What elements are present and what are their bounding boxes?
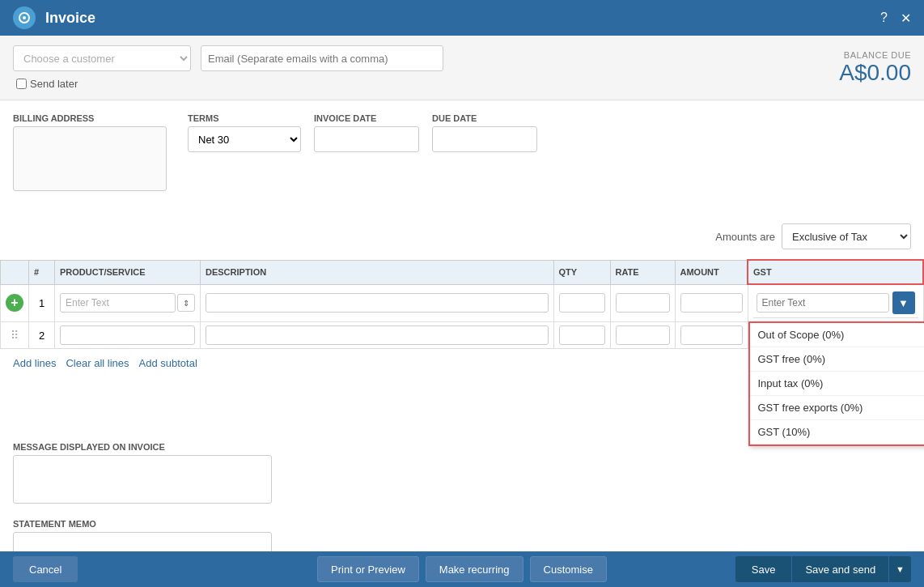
app-header: Invoice ? ✕ [0,0,924,36]
add-subtotal-button[interactable]: Add subtotal [139,357,197,369]
amount-cell-1 [675,284,748,322]
make-recurring-button[interactable]: Make recurring [426,556,523,582]
cancel-button[interactable]: Cancel [13,556,78,582]
terms-group: Terms Net 30 [188,113,301,191]
gst-option-2[interactable]: Input tax (0%) [750,372,925,396]
message-textarea[interactable] [13,455,272,504]
balance-due-section: BALANCE DUE A$0.00 [839,50,911,86]
amounts-select[interactable]: Exclusive of Tax [782,223,911,249]
add-row-button[interactable]: + [6,294,23,312]
row-num-2: 2 [29,322,55,349]
customer-select-wrapper[interactable]: Choose a customer [13,45,191,71]
message-area: Message displayed on invoice [0,442,924,519]
product-cell-2 [55,322,201,349]
send-later-label: Send later [30,78,78,90]
qty-input-2[interactable] [559,325,605,345]
app-footer: Cancel Print or Preview Make recurring C… [0,551,924,587]
footer-center: Print or Preview Make recurring Customis… [241,556,684,582]
col-product-header: PRODUCT/SERVICE [55,260,201,284]
product-input-wrapper-1: ⇕ [60,293,195,313]
product-input-2[interactable] [60,325,195,345]
col-gst-header: GST [748,260,923,284]
billing-address-label: Billing address [13,113,175,123]
save-and-send-arrow-button[interactable]: ▼ [888,556,911,582]
chevron-down-icon: ▼ [898,297,909,309]
rate-input-1[interactable] [616,293,670,313]
top-bar: Choose a customer Send later BALANCE DUE… [0,36,924,100]
drag-handle-cell-2: ⠿ [1,322,29,349]
top-bar-inputs: Choose a customer [13,45,443,71]
rate-input-2[interactable] [616,325,670,345]
amounts-row: Amounts are Exclusive of Tax [0,217,924,256]
rate-cell-2 [610,322,675,349]
invoice-date-input[interactable]: 19/10/2015 [314,126,419,152]
gst-search-input[interactable] [757,293,889,313]
close-icon[interactable]: ✕ [901,11,911,26]
balance-due-label: BALANCE DUE [839,50,911,60]
amount-cell-2 [675,322,748,349]
footer-left: Cancel [13,556,235,582]
amount-input-2[interactable] [680,325,743,345]
gst-cell-1: ▼ Out of Scope (0%) GST free (0%) Input … [748,284,923,322]
table-row: + 1 ⇕ [1,284,924,322]
amount-input-1[interactable] [680,293,743,313]
product-dropdown-btn-1[interactable]: ⇕ [177,294,195,312]
gst-dropdown-button[interactable]: ▼ [892,291,915,314]
due-date-group: Due date 18/11/2015 [432,113,537,191]
save-button[interactable]: Save [735,556,792,582]
help-icon[interactable]: ? [880,11,888,25]
invoice-date-group: Invoice date 19/10/2015 [314,113,419,191]
desc-cell-2 [201,322,554,349]
gst-dropdown: Out of Scope (0%) GST free (0%) Input ta… [748,321,925,446]
customer-select[interactable]: Choose a customer [14,52,190,66]
qty-cell-2 [553,322,610,349]
add-row-cell: + [1,284,29,322]
billing-address-input[interactable] [13,126,167,191]
rate-cell-1 [610,284,675,322]
drag-handle-icon[interactable]: ⠿ [11,329,19,342]
col-num-header: # [29,260,55,284]
invoice-table: # PRODUCT/SERVICE DESCRIPTION QTY RATE A… [0,259,924,349]
desc-cell-1 [201,284,554,322]
desc-input-1[interactable] [206,293,549,313]
product-input-1[interactable] [60,293,176,313]
statement-memo-textarea[interactable] [13,532,272,551]
row-num-1: 1 [29,284,55,322]
email-input[interactable] [201,45,443,71]
table-header-row: # PRODUCT/SERVICE DESCRIPTION QTY RATE A… [1,260,924,284]
save-and-send-button[interactable]: Save and send [791,556,888,582]
terms-label: Terms [188,113,301,123]
print-preview-button[interactable]: Print or Preview [317,556,419,582]
col-rate-header: RATE [610,260,675,284]
add-lines-button[interactable]: Add lines [13,357,56,369]
header-icons: ? ✕ [880,11,911,26]
billing-address-group: Billing address [13,113,175,191]
col-qty-header: QTY [553,260,610,284]
gst-option-3[interactable]: GST free exports (0%) [750,396,925,420]
balance-due-amount: A$0.00 [839,60,911,86]
footer-right: Save Save and send ▼ [690,556,912,582]
main-content: Choose a customer Send later BALANCE DUE… [0,36,924,551]
send-later-checkbox[interactable] [16,79,27,89]
top-bar-left: Choose a customer Send later [13,45,443,90]
customise-button[interactable]: Customise [530,556,607,582]
qty-input-1[interactable] [559,293,605,313]
product-cell-1: ⇕ [55,284,201,322]
form-area: Billing address Terms Net 30 Invoice dat… [0,100,924,217]
gst-option-0[interactable]: Out of Scope (0%) [750,323,925,347]
gst-option-1[interactable]: GST free (0%) [750,347,925,372]
qty-cell-1 [553,284,610,322]
col-drag-header [1,260,29,284]
form-row: Billing address Terms Net 30 Invoice dat… [13,113,911,191]
gst-search-row: ▼ [753,288,918,318]
due-date-label: Due date [432,113,537,123]
clear-all-lines-button[interactable]: Clear all lines [66,357,129,369]
col-desc-header: DESCRIPTION [201,260,554,284]
desc-input-2[interactable] [206,325,549,345]
gst-option-4[interactable]: GST (10%) [750,420,925,445]
terms-select[interactable]: Net 30 [188,126,301,152]
send-later-row: Send later [16,78,443,90]
statement-area: Statement memo [0,519,924,551]
due-date-input[interactable]: 18/11/2015 [432,126,537,152]
col-amount-header: AMOUNT [675,260,748,284]
